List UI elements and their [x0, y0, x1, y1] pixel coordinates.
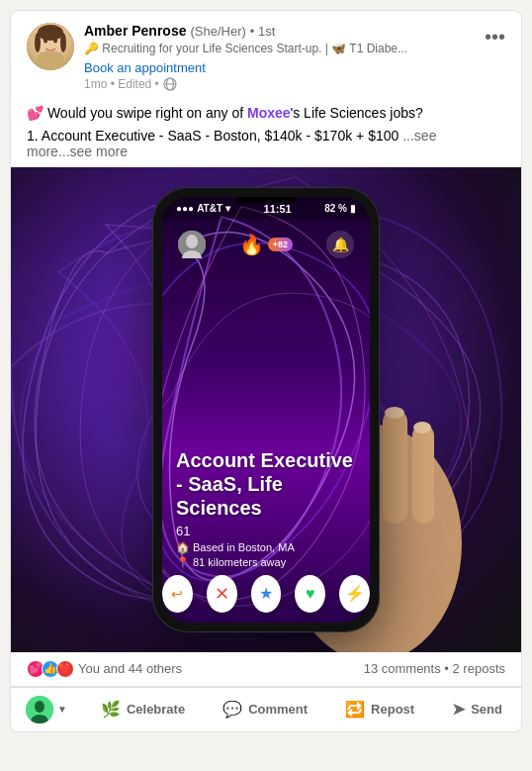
tinder-nope-button[interactable]: ✕	[207, 575, 237, 613]
home-icon: 🏠	[176, 541, 190, 554]
battery-label: 82 %	[324, 203, 347, 214]
job-listing: 1. Account Executive - SaaS - Boston, $1…	[27, 128, 505, 159]
more-options-button[interactable]: •••	[481, 23, 509, 50]
phone-frame: ●●● AT&T ▾ 11:51 82 % ▮	[152, 187, 380, 632]
tinder-topbar: 🔥 +82 🔔	[162, 225, 370, 264]
engagement-bar: 💕 👍 ❤️ You and 44 others 13 comments • 2…	[11, 652, 521, 687]
current-user-avatar	[26, 696, 53, 723]
comments-reposts: 13 comments • 2 reposts	[364, 661, 505, 676]
reactions: 💕 👍 ❤️ You and 44 others	[27, 660, 182, 678]
phone-screen: ●●● AT&T ▾ 11:51 82 % ▮	[162, 197, 370, 623]
phone-mockup: ●●● AT&T ▾ 11:51 82 % ▮	[152, 187, 380, 632]
reaction-count: You and 44 others	[78, 661, 182, 676]
post-card: Amber Penrose (She/Her) • 1st 🔑 Recruiti…	[10, 10, 522, 732]
author-degree: • 1st	[250, 24, 276, 39]
signal-icon: ●●●	[176, 203, 194, 214]
tinder-location: 🏠 Based in Boston, MA	[176, 541, 356, 554]
battery-icon: ▮	[350, 203, 356, 214]
comment-button[interactable]: 💬 Comment	[211, 692, 319, 726]
name-line: Amber Penrose (She/Her) • 1st	[84, 23, 505, 39]
repost-label: Repost	[371, 702, 414, 717]
carrier-label: AT&T	[197, 203, 222, 214]
repost-button[interactable]: 🔁 Repost	[333, 692, 426, 726]
post-text-before: Would you swipe right on any of	[47, 105, 247, 121]
svg-point-21	[186, 235, 198, 248]
tinder-job-title: Account Executive - SaaS, Life Sciences	[176, 448, 356, 520]
tinder-distance: 📍 81 kilometers away	[176, 556, 356, 569]
svg-point-24	[35, 701, 44, 713]
reposts-count: 2 reposts	[453, 661, 505, 676]
send-label: Send	[471, 702, 502, 717]
svg-rect-13	[383, 410, 407, 524]
tinder-badge: +82	[268, 238, 293, 251]
post-text: 💕 Would you swipe right on any of Moxee'…	[27, 103, 505, 124]
wifi-icon: ▾	[225, 203, 230, 214]
celebrate-icon: 🌿	[101, 700, 121, 719]
post-text-after: 's Life Sciences jobs?	[291, 105, 423, 121]
author-name: Amber Penrose	[84, 23, 186, 39]
globe-icon	[163, 77, 177, 91]
celebrate-label: Celebrate	[127, 702, 185, 717]
author-subtitle: 🔑 Recruiting for your Life Sciences Star…	[84, 41, 505, 57]
reaction-heart: ❤️	[56, 660, 74, 678]
repost-icon: 🔁	[345, 700, 365, 719]
post-emoji: 💕	[27, 105, 44, 121]
post-header: Amber Penrose (She/Her) • 1st 🔑 Recruiti…	[11, 11, 521, 99]
svg-point-4	[38, 25, 63, 41]
author-info: Amber Penrose (She/Her) • 1st 🔑 Recruiti…	[84, 23, 505, 91]
tinder-notification-bell: 🔔	[326, 231, 354, 258]
svg-point-19	[413, 422, 431, 434]
tinder-boost-button[interactable]: ⚡	[339, 575, 370, 613]
send-icon: ➤	[452, 700, 465, 719]
tinder-card-info: Account Executive - SaaS, Life Sciences …	[176, 448, 356, 569]
comment-icon: 💬	[222, 700, 242, 719]
action-bar: ▼ 🌿 Celebrate 💬 Comment 🔁 Repost ➤ Send	[11, 687, 521, 731]
reaction-icons: 💕 👍 ❤️	[27, 660, 74, 678]
tinder-flame-icon: 🔥	[239, 233, 264, 256]
tinder-profile-icon	[178, 231, 206, 258]
moxee-brand: Moxee	[247, 105, 291, 121]
tinder-action-buttons: ↩ ✕ ★ ♥ ⚡	[162, 575, 370, 613]
post-content: 💕 Would you swipe right on any of Moxee'…	[11, 99, 521, 167]
svg-rect-14	[412, 425, 434, 524]
send-button[interactable]: ➤ Send	[440, 692, 514, 726]
svg-point-18	[385, 407, 404, 419]
phone-time: 11:51	[264, 203, 292, 215]
tinder-age: 61	[176, 524, 356, 538]
post-image: ●●● AT&T ▾ 11:51 82 % ▮	[11, 167, 521, 652]
comments-count: 13 comments	[364, 661, 441, 676]
comment-label: Comment	[248, 702, 308, 717]
dropdown-icon[interactable]: ▼	[57, 704, 67, 715]
author-pronouns: (She/Her)	[190, 24, 245, 39]
tinder-rewind-button[interactable]: ↩	[162, 575, 193, 613]
map-icon: 📍	[176, 556, 190, 569]
tinder-like-button[interactable]: ♥	[295, 575, 325, 613]
post-meta: 1mo • Edited •	[84, 77, 505, 91]
svg-point-5	[35, 33, 41, 52]
author-avatar	[27, 23, 74, 70]
bell-icon: 🔔	[332, 237, 349, 252]
tinder-superlike-button[interactable]: ★	[251, 575, 282, 613]
tinder-logo: 🔥 +82	[239, 233, 293, 256]
celebrate-button[interactable]: 🌿 Celebrate	[89, 692, 197, 726]
svg-point-6	[60, 33, 66, 52]
book-appointment-link[interactable]: Book an appointment	[84, 60, 505, 75]
